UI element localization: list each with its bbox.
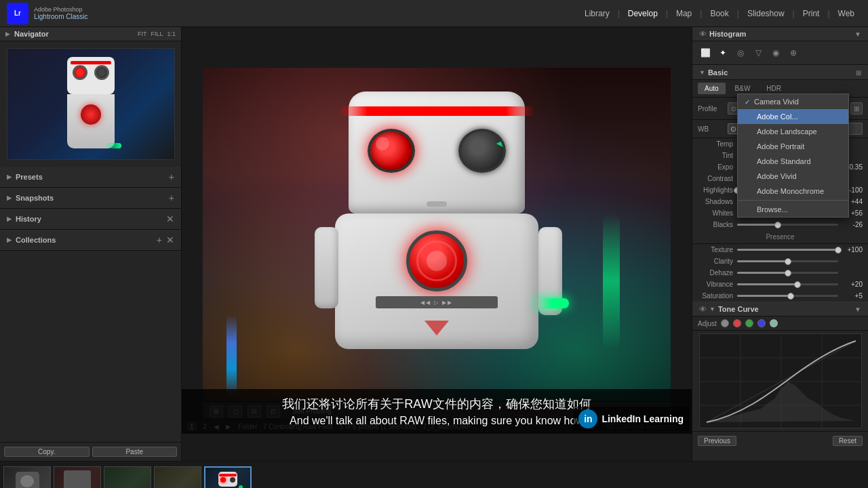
vibrance-slider[interactable]: [737, 283, 838, 285]
navigator-preview-image: [7, 49, 174, 159]
profile-grid-view-btn[interactable]: ⊞: [850, 102, 863, 115]
dropdown-camera-vivid[interactable]: Camera Vivid: [738, 94, 848, 109]
dropdown-adobe-monochrome[interactable]: Adobe Monochrome: [738, 184, 848, 199]
presets-add-btn[interactable]: +: [169, 171, 174, 182]
nav-web[interactable]: Web: [831, 6, 861, 21]
linkedin-learning-label: LinkedIn Learning: [601, 413, 684, 424]
nav-book[interactable]: Book: [703, 6, 735, 21]
presence-label: Presence: [692, 230, 868, 244]
navigator-collapse-arrow[interactable]: ▶: [5, 30, 10, 37]
copy-button[interactable]: Copy.: [4, 447, 90, 457]
basic-panel-header[interactable]: ▼ Basic ⊞: [692, 65, 868, 80]
texture-value: +100: [842, 246, 863, 253]
clarity-label: Clarity: [698, 258, 733, 265]
curve-rgb-dot[interactable]: [721, 319, 729, 327]
history-header[interactable]: ▶ History ✕: [0, 209, 181, 229]
robot-thumbnail: [60, 57, 121, 152]
histogram-eye-icon[interactable]: 👁: [699, 30, 707, 38]
filmstrip-thumb-2[interactable]: [54, 466, 101, 489]
app-name-label: Adobe Photoshop Lightroom Classic: [34, 6, 87, 20]
nav-print[interactable]: Print: [796, 6, 827, 21]
tone-curve-panel: 👁 ▼ Tone Curve ▼ Adjust: [692, 302, 868, 450]
snapshots-label: Snapshots: [16, 194, 54, 202]
basic-panel-grid-icon[interactable]: ⊞: [856, 69, 861, 77]
saturation-value: +5: [842, 292, 863, 300]
right-tool-buttons: ⬜ ✦ ◎ ▽ ◉ ⊕: [692, 41, 868, 65]
presets-section: ▶ Presets +: [0, 167, 181, 188]
curve-red-dot[interactable]: [733, 319, 741, 327]
gradient-tool-btn[interactable]: ▽: [751, 45, 766, 60]
nav-fit-button[interactable]: FIT: [138, 30, 147, 37]
snapshots-header[interactable]: ▶ Snapshots +: [0, 188, 181, 208]
vibrance-slider-row: Vibrance +20: [692, 279, 868, 290]
nav-fill-button[interactable]: FILL: [151, 30, 163, 37]
nav-map[interactable]: Map: [669, 6, 698, 21]
nav-develop[interactable]: Develop: [621, 6, 665, 21]
tone-curve-header[interactable]: 👁 ▼ Tone Curve ▼: [692, 302, 868, 317]
dehaze-label: Dehaze: [698, 269, 733, 277]
dropdown-adobe-standard[interactable]: Adobe Standard: [738, 154, 848, 169]
whites-label: Whites: [698, 209, 733, 217]
collections-label: Collections: [16, 236, 56, 244]
dehaze-slider-row: Dehaze: [692, 267, 868, 279]
nav-1to1-button[interactable]: 1:1: [167, 30, 176, 37]
blacks-slider-row: Blacks -26: [692, 219, 868, 230]
dropdown-browse[interactable]: Browse...: [738, 202, 848, 217]
tone-curve-display[interactable]: [692, 333, 868, 428]
clarity-slider[interactable]: [737, 260, 838, 262]
target-btn[interactable]: ⊕: [786, 45, 801, 60]
collections-arrow: ▶: [7, 237, 12, 243]
vibrance-value: +20: [842, 281, 863, 288]
dropdown-adobe-portrait[interactable]: Adobe Portrait: [738, 139, 848, 154]
tone-curve-expand[interactable]: ▼: [854, 306, 861, 313]
app-branding: Lr Adobe Photoshop Lightroom Classic: [7, 3, 87, 24]
collections-section: ▶ Collections + ✕: [0, 230, 181, 251]
crop-tool-btn[interactable]: ⬜: [698, 45, 713, 60]
filmstrip-thumb-4[interactable]: [154, 466, 201, 489]
profile-dropdown-menu: Camera Vivid Adobe Col... Adobe Landscap…: [737, 94, 849, 218]
contrast-label: Contrast: [698, 175, 733, 182]
curve-circle-dot[interactable]: [770, 319, 778, 327]
filmstrip-thumb-1[interactable]: [3, 466, 51, 489]
dehaze-slider[interactable]: [737, 272, 838, 274]
tint-label: Tint: [698, 152, 733, 159]
previous-button[interactable]: Previous: [698, 436, 736, 446]
collections-settings-btn[interactable]: ✕: [166, 235, 174, 245]
blacks-label: Blacks: [698, 221, 733, 228]
tone-curve-eye-icon[interactable]: 👁: [699, 305, 707, 313]
filmstrip-thumb-5[interactable]: [204, 466, 252, 489]
tone-curve-svg[interactable]: [699, 333, 862, 428]
dropdown-adobe-vivid[interactable]: Adobe Vivid: [738, 169, 848, 184]
curve-green-dot[interactable]: [745, 319, 753, 327]
nav-slideshow[interactable]: Slideshow: [741, 6, 791, 21]
red-eye-btn[interactable]: ◎: [733, 45, 748, 60]
shadows-label: Shadows: [698, 198, 733, 205]
dropdown-adobe-color[interactable]: Adobe Col...: [738, 109, 848, 124]
tone-curve-arrow: ▼: [709, 306, 715, 312]
filmstrip-thumb-3[interactable]: [104, 466, 151, 489]
brush-tool-btn[interactable]: ◉: [768, 45, 783, 60]
tab-bw[interactable]: B&W: [728, 83, 757, 94]
tab-hdr[interactable]: HDR: [760, 83, 788, 94]
nav-library[interactable]: Library: [578, 6, 616, 21]
paste-button[interactable]: Paste: [92, 447, 178, 457]
reset-button[interactable]: Reset: [833, 436, 863, 446]
blacks-slider[interactable]: [737, 224, 838, 226]
navigator-preview: [7, 48, 175, 160]
dropdown-adobe-landscape[interactable]: Adobe Landscape: [738, 124, 848, 139]
histogram-expand[interactable]: ▼: [854, 30, 861, 38]
saturation-slider[interactable]: [737, 295, 838, 297]
collections-add-btn[interactable]: +: [157, 235, 162, 245]
navigator-title: Navigator: [14, 30, 49, 38]
presets-header[interactable]: ▶ Presets +: [0, 167, 181, 187]
history-clear-btn[interactable]: ✕: [166, 214, 174, 224]
right-panel: 👁 Histogram ▼ ⬜ ✦ ◎ ▽ ◉ ⊕ ▼ Basic ⊞: [692, 27, 868, 461]
collections-header[interactable]: ▶ Collections + ✕: [0, 230, 181, 250]
curve-blue-dot[interactable]: [757, 319, 766, 327]
snapshots-add-btn[interactable]: +: [169, 192, 174, 203]
tab-auto[interactable]: Auto: [698, 83, 726, 94]
left-panel: ▶ Navigator FIT FILL 1:1: [0, 27, 182, 461]
heal-tool-btn[interactable]: ✦: [715, 45, 730, 60]
texture-slider[interactable]: [737, 249, 838, 251]
history-label: History: [16, 215, 41, 223]
